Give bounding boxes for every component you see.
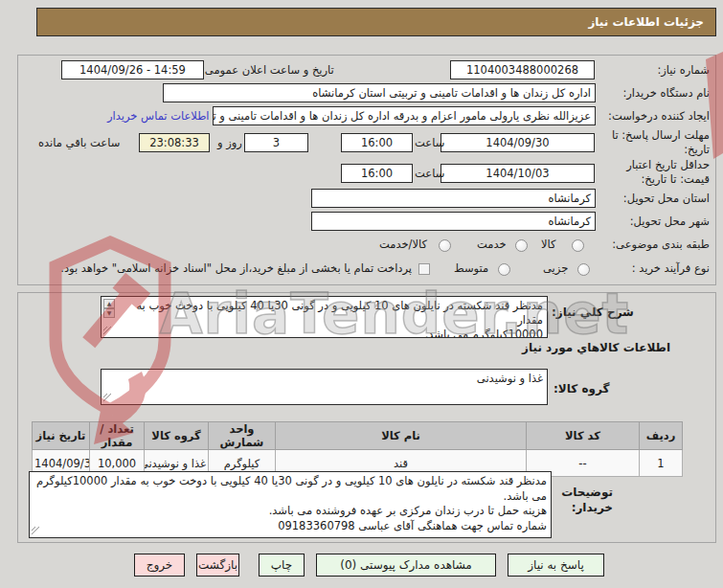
back-button[interactable]: بازگشت <box>196 554 239 577</box>
purchase-process-label: نوع فرآیند خرید : <box>632 261 710 275</box>
page-title: جزئیات اطلاعات نیاز <box>36 8 716 36</box>
countdown-suffix: ساعت باقي مانده <box>38 136 120 149</box>
need-description-textarea[interactable]: مدنظر قند شکسته در نایلون های 10 کیلویی … <box>101 296 548 338</box>
price-validity-time-field[interactable]: 16:00 <box>341 164 413 183</box>
resize-handle-icon[interactable] <box>32 527 40 535</box>
items-table: ردیف کد کالا نام کالا واحد شمارش گروه کا… <box>32 421 683 477</box>
item-group-label: گروه کالا: <box>554 382 609 396</box>
scroll-down-icon[interactable]: ▼ <box>103 308 115 318</box>
remaining-days-suffix: روز و <box>217 136 242 149</box>
cell-row-number: 1 <box>640 450 683 477</box>
col-item-name: نام کالا <box>276 422 527 450</box>
treasury-docs-note: پرداخت تمام یا بخشی از مبلغ خرید،از محل … <box>60 261 412 275</box>
delivery-city-field[interactable]: کرمانشاه <box>311 212 596 231</box>
need-number-field[interactable]: 1104003488000268 <box>450 60 595 79</box>
col-need-date: تاریخ نیاز <box>33 422 90 450</box>
col-row-number: ردیف <box>640 422 683 450</box>
process-minor-option: جزیی <box>543 261 568 275</box>
process-minor-radio[interactable] <box>577 263 590 276</box>
need-description-text: مدنظر قند شکسته در نایلون های 10 کیلویی … <box>119 299 543 338</box>
category-goods-service-option: کالا/خدمت <box>379 237 427 251</box>
reply-deadline-time-field[interactable]: 16:00 <box>341 133 413 152</box>
buyer-contact-link[interactable]: اطلاعات تماس خریدار <box>107 109 210 123</box>
publish-datetime-field[interactable]: 1404/09/26 - 14:59 <box>61 60 204 79</box>
buyer-org-label: نام دستگاه خریدار: <box>622 86 710 100</box>
item-group-text: غذا و نوشیدنی <box>119 372 543 386</box>
buyer-notes-textarea[interactable]: مدنظر قند شکسته در نایلون های 10 کیلویی … <box>29 471 552 538</box>
process-medium-radio[interactable] <box>498 263 510 276</box>
need-number-label: شماره نیاز: <box>657 63 710 77</box>
resize-handle-icon[interactable] <box>103 394 112 402</box>
request-creator-field[interactable]: عزیزالله نظری یارولی مامور اعزام و بدرقه… <box>213 106 596 125</box>
reply-to-need-button[interactable]: پاسخ به نیاز <box>508 554 604 577</box>
print-button[interactable]: چاپ <box>259 554 305 577</box>
col-quantity: تعداد / مقدار <box>90 422 145 450</box>
page: جزئیات اطلاعات نیاز شماره نیاز: 11040034… <box>0 0 723 588</box>
price-validity-label: حداقل تاریخ اعتبار قیمت: تا تاریخ: <box>602 158 710 187</box>
buyer-notes-label: توضیحات خریدار: <box>554 485 613 515</box>
reply-deadline-label: مهلت ارسال پاسخ: تا تاریخ: <box>602 128 710 157</box>
price-validity-time-label: ساعت <box>415 167 444 180</box>
exit-button[interactable]: خروج <box>134 554 185 577</box>
need-description-label: شرح کلي نیاز: <box>552 305 634 319</box>
item-group-textarea[interactable]: غذا و نوشیدنی <box>101 369 548 405</box>
col-item-code: کد کالا <box>527 422 640 450</box>
buyer-notes-text: مدنظر قند شکسته در نایلون های 10 کیلویی … <box>35 474 547 533</box>
textarea-scrollbar[interactable]: ▲ ▼ <box>103 299 115 318</box>
category-goods-radio[interactable] <box>572 239 584 252</box>
category-goods-option: کالا <box>541 237 556 251</box>
table-header-row: ردیف کد کالا نام کالا واحد شمارش گروه کا… <box>33 422 683 450</box>
price-validity-date-field[interactable]: 1404/10/03 <box>441 164 595 183</box>
reply-deadline-date-field[interactable]: 1404/09/30 <box>441 133 595 152</box>
process-medium-option: متوسط <box>454 261 488 275</box>
treasury-docs-checkbox[interactable] <box>418 263 430 275</box>
delivery-province-field[interactable]: کرمانشاه <box>311 189 596 208</box>
delivery-city-label: شهر محل تحویل: <box>630 215 710 228</box>
col-unit: واحد شمارش <box>209 422 276 450</box>
remaining-days-field[interactable]: 3 <box>244 133 308 152</box>
items-section-header: اطلاعات کالاهاي مورد نیاز <box>522 341 670 354</box>
category-goods-service-radio[interactable] <box>439 239 451 252</box>
subject-category-label: طبقه بندی موضوعی: <box>612 237 710 251</box>
delivery-province-label: استان محل تحویل: <box>623 192 710 205</box>
col-item-group: گروه کالا <box>145 422 209 450</box>
resize-handle-icon[interactable] <box>103 327 112 335</box>
category-service-radio[interactable] <box>515 239 528 252</box>
buyer-org-field[interactable]: اداره کل زندان ها و اقدامات تامینی و ترب… <box>163 83 596 102</box>
category-service-option: خدمت <box>477 237 507 251</box>
view-attachments-button[interactable]: مشاهده مدارک پیوستی (0) <box>316 554 496 577</box>
scroll-up-icon[interactable]: ▲ <box>103 299 115 308</box>
countdown-timer: 23:08:33 <box>139 133 210 152</box>
reply-deadline-time-label: ساعت <box>415 136 444 149</box>
request-creator-label: ایجاد کننده درخواست: <box>608 109 710 123</box>
publish-datetime-label: تاریخ و ساعت اعلان عمومی: <box>201 63 334 77</box>
